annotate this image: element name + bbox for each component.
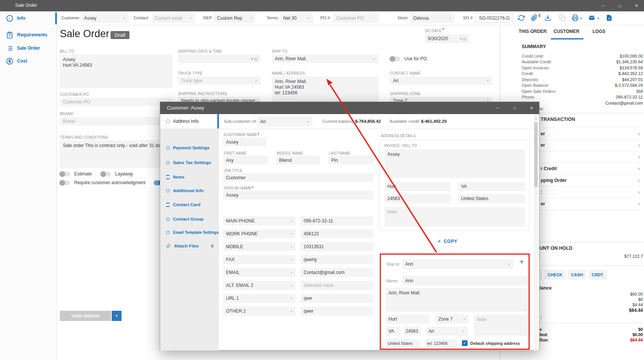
default-shipping-checkbox[interactable] — [462, 340, 468, 346]
attachment-icon[interactable] — [531, 14, 538, 22]
contact-dropdown[interactable]: Contact email — [151, 14, 195, 23]
contact-name-input[interactable]: Ari — [390, 77, 492, 85]
terms-dropdown[interactable]: Net 30 — [280, 14, 313, 23]
first-name-input[interactable]: Asy — [223, 156, 267, 164]
nav-email-template-settings[interactable]: Email Template Settings — [160, 227, 219, 238]
print-icon[interactable] — [572, 14, 579, 22]
estimate-toggle[interactable] — [60, 172, 70, 177]
sidebar-item-cost[interactable]: Cost — [0, 56, 56, 66]
customer-name-input[interactable]: Assey — [223, 138, 266, 146]
customer-dropdown[interactable]: Assey — [81, 14, 129, 23]
copy-button[interactable]: + COPY — [437, 238, 457, 245]
refresh-icon[interactable] — [518, 14, 525, 22]
print-menu-caret[interactable]: ▼ — [580, 17, 582, 20]
ship-note-textarea[interactable]: Note — [474, 315, 527, 336]
main-phone-input[interactable]: 095-872-32-11 — [301, 216, 373, 225]
ship-city-input[interactable]: Hurt — [385, 315, 430, 324]
bill-note-textarea[interactable]: Note — [384, 207, 525, 227]
bill-to-name-textarea[interactable]: Assey — [384, 149, 525, 178]
work-phone-input[interactable]: 456123 — [301, 229, 373, 238]
nav-contact-group[interactable]: Contact Group — [160, 213, 219, 225]
ship-name-input[interactable]: Arin — [402, 276, 527, 285]
window-minimize-button[interactable]: ─ — [596, 0, 611, 11]
so-date-input[interactable]: 9/30/2020 ▤ — [425, 34, 469, 43]
phone-type-dropdown[interactable]: WORK PHONE — [223, 229, 296, 238]
payment-credit-button[interactable]: CRDT — [588, 270, 607, 280]
email-icon[interactable] — [588, 14, 596, 22]
sidebar-item-requirements[interactable]: Requirements — [0, 30, 56, 40]
nav-contact-card[interactable]: Contact Card — [160, 199, 219, 210]
window-maximize-button[interactable]: □ — [612, 0, 627, 11]
email-input[interactable]: Contact@gmail.com — [301, 268, 373, 277]
credits-link[interactable]: : — [541, 315, 542, 319]
scrollbar-thumb[interactable] — [534, 122, 538, 187]
require-ack-toggle[interactable] — [60, 180, 70, 185]
sidebar-item-sale-order[interactable]: Sale Order — [0, 43, 56, 53]
ship-zone-dropdown[interactable]: Zone 7 — [435, 315, 469, 324]
ship-to-dropdown[interactable]: Arin — [402, 259, 513, 269]
bill-zip-input[interactable]: 24563 — [384, 194, 451, 203]
payment-cash-button[interactable]: CASH — [568, 270, 586, 280]
bill-city-input[interactable]: Hurt — [384, 182, 451, 191]
nav-address-info[interactable]: Address Info — [160, 114, 219, 128]
void-order-button[interactable]: VOID ORDER — [60, 311, 111, 321]
use-for-po-toggle[interactable] — [390, 56, 400, 61]
last-name-input[interactable]: Pin — [328, 156, 373, 164]
ship-tel-input[interactable]: tel: 123456 — [425, 339, 457, 348]
bill-state-input[interactable]: VA — [458, 182, 525, 191]
ship-zip-input[interactable]: 24563 — [404, 327, 421, 336]
truck-type-dropdown[interactable]: Truck type — [178, 77, 260, 85]
tab-customer[interactable]: CUSTOMER — [554, 29, 579, 34]
modal-minimize-button[interactable]: ─ — [490, 102, 505, 114]
url-input[interactable]: qwe — [301, 294, 373, 303]
layaway-toggle[interactable] — [101, 172, 111, 177]
display-name-input[interactable]: Assey — [223, 191, 373, 199]
bill-to-textarea[interactable]: Assey Hurt VA 24563 — [60, 55, 172, 88]
other-type-dropdown[interactable]: OTHER 2 — [223, 307, 296, 316]
sub-customer-dropdown[interactable]: Ari — [257, 117, 312, 127]
phone-type-dropdown[interactable]: MAIN PHONE — [223, 216, 296, 225]
url-type-dropdown[interactable]: URL 1 — [223, 294, 296, 303]
alt-email-type-dropdown[interactable]: ALT. EMAIL 2 — [223, 281, 296, 290]
tab-logs[interactable]: LOGS — [593, 29, 605, 34]
store-dropdown[interactable]: Odessa — [410, 14, 454, 23]
terms-conditions-textarea[interactable]: Sale order This is contract only - void … — [60, 140, 172, 168]
ship-state-input[interactable]: VA — [385, 327, 401, 336]
nav-attach-files[interactable]: Attach Files 0 — [160, 240, 219, 252]
payment-check-button[interactable]: CHECK — [544, 270, 566, 280]
mobile-input[interactable]: 10313531 — [301, 242, 373, 251]
modal-close-button[interactable]: ✕ — [524, 102, 539, 114]
add-address-button[interactable]: + — [519, 258, 524, 266]
nav-items[interactable]: Items — [160, 171, 219, 183]
alt-email-input[interactable]: Selected value — [301, 281, 373, 290]
job-title-input[interactable]: Customer — [223, 173, 373, 182]
customer-po-input[interactable]: Customer PO — [60, 98, 172, 106]
email-menu-caret[interactable]: ▼ — [597, 17, 599, 20]
po-input[interactable]: Customer PO — [333, 14, 379, 23]
nav-additional-info[interactable]: Additional Info — [160, 185, 219, 196]
modal-scrollbar[interactable]: ▲ — [534, 114, 538, 351]
ship-address-textarea[interactable]: Arin, River Mall. — [385, 288, 527, 311]
copy-icon[interactable] — [559, 14, 566, 22]
bill-country-input[interactable]: United States — [458, 194, 525, 203]
void-order-menu-button[interactable]: ▼ — [112, 311, 122, 321]
middle-name-input[interactable]: Bilend — [276, 156, 320, 164]
phone-type-dropdown[interactable]: MOBILE — [223, 242, 296, 251]
nav-payment-settings[interactable]: Payment Settings — [160, 142, 219, 153]
shipping-date-input[interactable]: ▤ — [178, 55, 260, 63]
nav-sales-tax-settings[interactable]: Sales Tax Settings — [160, 157, 219, 168]
document-icon[interactable] — [606, 14, 613, 22]
phone-type-dropdown[interactable]: FAX — [223, 255, 296, 264]
ship-country-input[interactable]: United States — [385, 339, 420, 348]
ship-contact-dropdown[interactable]: Ari — [426, 327, 468, 336]
ship-to-dropdown[interactable]: Arin, River Mall. — [272, 55, 379, 63]
brand-input[interactable]: Brand — [60, 117, 172, 125]
sidebar-item-info[interactable]: Info — [0, 13, 56, 23]
scroll-up-icon[interactable]: ▲ — [535, 117, 537, 120]
other-input[interactable]: qwer — [301, 307, 373, 316]
modal-maximize-button[interactable]: □ — [507, 102, 522, 114]
tab-this-order[interactable]: THIS ORDER — [519, 29, 547, 34]
rep-dropdown[interactable]: Custom Rep — [214, 14, 255, 23]
email-type-dropdown[interactable]: EMAIL — [223, 268, 296, 277]
import-icon[interactable] — [544, 14, 552, 22]
